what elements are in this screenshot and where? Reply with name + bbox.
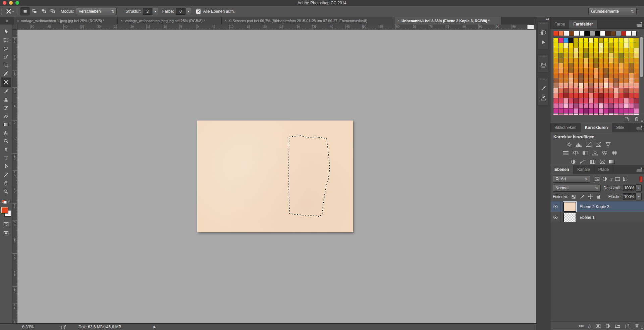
swatch[interactable] <box>624 68 629 73</box>
zoom-tool[interactable] <box>1 187 11 196</box>
swatch[interactable] <box>634 48 639 53</box>
swatch[interactable] <box>594 58 598 63</box>
swatch[interactable] <box>584 98 588 103</box>
tool-presets-panel-button[interactable] <box>538 93 548 103</box>
subtract-selection-button[interactable] <box>39 7 48 15</box>
new-group-icon[interactable] <box>615 323 620 329</box>
swatch[interactable] <box>589 88 593 93</box>
swatch[interactable] <box>624 103 629 108</box>
swatch[interactable] <box>564 103 568 108</box>
swatch[interactable] <box>619 98 624 103</box>
status-options-arrow-icon[interactable]: ▶ <box>153 325 156 329</box>
foreground-color-chip[interactable] <box>1 207 8 213</box>
swatch[interactable] <box>634 93 639 98</box>
swatch[interactable] <box>624 88 629 93</box>
swatch[interactable] <box>579 43 583 48</box>
swatch[interactable] <box>634 78 639 83</box>
swatch[interactable] <box>629 53 634 58</box>
swatch[interactable] <box>626 31 631 36</box>
swatch[interactable] <box>624 53 629 58</box>
swatch[interactable] <box>580 31 585 36</box>
swatch[interactable] <box>634 68 639 73</box>
swatch[interactable] <box>604 98 608 103</box>
swatch[interactable] <box>564 78 568 83</box>
dodge-tool[interactable] <box>1 137 11 145</box>
swatch[interactable] <box>614 48 619 53</box>
swatch[interactable] <box>619 38 624 43</box>
swatch[interactable] <box>574 83 578 88</box>
swatch[interactable] <box>564 43 568 48</box>
swatch[interactable] <box>553 31 558 36</box>
swatch[interactable] <box>604 78 608 83</box>
levels-icon[interactable] <box>576 142 582 147</box>
swatch[interactable] <box>594 38 598 43</box>
swatch[interactable] <box>553 48 558 53</box>
swatch[interactable] <box>553 68 558 73</box>
new-selection-button[interactable] <box>20 7 30 15</box>
swatch[interactable] <box>574 93 578 98</box>
swatch[interactable] <box>558 98 563 103</box>
exposure-icon[interactable] <box>595 142 602 147</box>
swatch[interactable] <box>609 93 613 98</box>
panel-tab-kanäle[interactable]: Kanäle <box>573 165 594 174</box>
swatch[interactable] <box>629 63 634 68</box>
swatch[interactable] <box>558 38 563 43</box>
swatch[interactable] <box>604 83 608 88</box>
blend-mode-select[interactable]: Normal ⇅ <box>553 185 601 192</box>
swatch[interactable] <box>584 73 588 78</box>
swatch[interactable] <box>624 83 629 88</box>
swatch[interactable] <box>629 48 634 53</box>
swatch[interactable] <box>599 78 603 83</box>
swatch[interactable] <box>614 38 619 43</box>
gradient-tool[interactable] <box>1 120 11 129</box>
swatch[interactable] <box>569 43 573 48</box>
swatch[interactable] <box>629 98 634 103</box>
swatch[interactable] <box>589 58 593 63</box>
swatch[interactable] <box>624 73 629 78</box>
swatch[interactable] <box>553 73 558 78</box>
swatch[interactable] <box>599 93 603 98</box>
opacity-dropdown-button[interactable]: ▼ <box>636 184 642 192</box>
default-colors-control[interactable]: ⇄ <box>1 200 11 203</box>
layer-visibility-toggle[interactable] <box>550 201 561 212</box>
swatch[interactable] <box>609 73 613 78</box>
swatch[interactable] <box>619 63 624 68</box>
swatch[interactable] <box>600 31 605 36</box>
layer-filter-toggle[interactable] <box>639 176 642 182</box>
swatch[interactable] <box>619 58 624 63</box>
swatch[interactable] <box>594 83 598 88</box>
swatch[interactable] <box>574 53 578 58</box>
swatch[interactable] <box>574 68 578 73</box>
lasso-tool[interactable] <box>1 44 11 52</box>
selective-color-icon[interactable] <box>599 159 606 164</box>
swatch[interactable] <box>589 68 593 73</box>
history-brush-tool[interactable] <box>1 103 11 112</box>
swatch[interactable] <box>634 103 639 108</box>
swatch[interactable] <box>553 103 558 108</box>
swatch[interactable] <box>553 63 558 68</box>
color-value[interactable]: 0 <box>176 8 185 15</box>
swatch[interactable] <box>614 43 619 48</box>
swatch[interactable] <box>619 68 624 73</box>
swatch[interactable] <box>589 103 593 108</box>
eyedropper-tool[interactable] <box>1 69 11 78</box>
swatch[interactable] <box>634 108 639 113</box>
swatch[interactable] <box>609 83 613 88</box>
swatch[interactable] <box>629 38 634 43</box>
swatch[interactable] <box>574 48 578 53</box>
close-tab-icon[interactable]: × <box>17 18 19 23</box>
swatch[interactable] <box>564 58 568 63</box>
swatch[interactable] <box>569 98 573 103</box>
swatch[interactable] <box>553 108 558 113</box>
structure-value[interactable]: 3 <box>143 8 152 15</box>
swatch[interactable] <box>584 38 588 43</box>
swatch[interactable] <box>614 78 619 83</box>
swatch[interactable] <box>599 43 603 48</box>
panel-tab-farbfelder[interactable]: Farbfelder <box>569 20 597 29</box>
swatch[interactable] <box>579 78 583 83</box>
swatch[interactable] <box>584 78 588 83</box>
hand-tool[interactable] <box>1 179 11 187</box>
channel-mixer-icon[interactable] <box>601 150 608 156</box>
swatch[interactable] <box>553 78 558 83</box>
swatch[interactable] <box>558 63 563 68</box>
